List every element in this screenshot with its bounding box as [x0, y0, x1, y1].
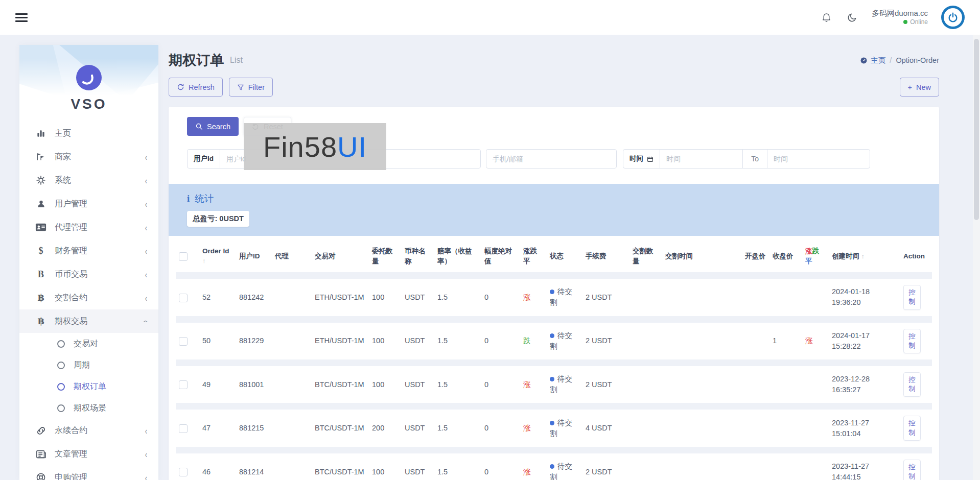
chevron-left-icon: ‹ [145, 175, 147, 186]
app-logo[interactable]: VSO [19, 45, 158, 112]
status-dot-icon [550, 421, 554, 425]
cell-settle_amount [629, 319, 662, 363]
chevron-left-icon: ‹ [145, 199, 147, 209]
sidebar-item-subscription-management[interactable]: 申购管理‹ [19, 466, 158, 480]
sidebar-item-home[interactable]: 主页 [19, 122, 158, 145]
cell-close_price [769, 450, 802, 480]
chevron-left-icon: ‹ [145, 269, 147, 280]
refresh-button[interactable]: Refresh [169, 78, 223, 97]
sort-arrow-icon[interactable]: ↑ [202, 256, 233, 266]
col-label-part: 涨 [805, 247, 812, 255]
col-order_id[interactable]: Order Id↑ [199, 240, 236, 276]
cell-open_price [742, 406, 769, 450]
cell-close_price [769, 276, 802, 319]
col-created[interactable]: 创建时间 ↑ [829, 240, 900, 276]
cell-open_price [742, 450, 769, 480]
cell-odds: 1.5 [434, 363, 481, 406]
cell-settle_amount [629, 276, 662, 319]
sidebar-item-label: 申购管理 [55, 472, 145, 480]
sidebar-item-system[interactable]: 系统‹ [19, 169, 158, 192]
user-id-label: 用户Id [188, 150, 220, 168]
cell-status: 待交割 [547, 276, 582, 319]
sidebar-item-delivery-contract[interactable]: ฿交割合约‹ [19, 286, 158, 309]
control-button[interactable]: 控制 [903, 285, 921, 309]
col-label: Action [903, 252, 925, 260]
sidebar-subitem-option-scene[interactable]: 期权场景 [19, 397, 158, 419]
account-brand-block[interactable]: 多码网duoma.cc Online [872, 9, 928, 26]
watermark-main: Fin58 [263, 130, 337, 163]
user-avatar[interactable] [941, 6, 965, 29]
vso-logo-icon [75, 63, 103, 92]
cell-amount: 100 [369, 276, 402, 319]
phone-email-input[interactable] [486, 149, 617, 169]
sidebar-item-user-management[interactable]: 用户管理‹ [19, 192, 158, 215]
breadcrumb-home-link[interactable]: 主页 [860, 56, 885, 65]
scrollbar-thumb[interactable] [974, 39, 979, 220]
cell-amount: 200 [369, 406, 402, 450]
table-row: 46881214BTC/USDT-1M100USDT1.50涨待交割2 USDT… [176, 450, 932, 480]
table-body: 52881242ETH/USDT-1M100USDT1.50涨待交割2 USDT… [176, 276, 932, 480]
cell-range: 0 [481, 450, 520, 480]
new-button[interactable]: + New [900, 78, 939, 97]
to-label: To [742, 150, 767, 168]
sidebar-subitem-trading-pair[interactable]: 交易对 [19, 333, 158, 354]
sidebar-item-label: 商家 [55, 152, 145, 162]
cell-open_price [742, 363, 769, 406]
status-dot-icon [550, 464, 554, 469]
sort-arrow-icon[interactable]: ↑ [859, 252, 865, 260]
plus-icon: + [908, 83, 912, 91]
col-amount: 委托数量 [369, 240, 402, 276]
dark-mode-moon-icon[interactable] [846, 11, 858, 23]
search-button[interactable]: Search [187, 117, 239, 136]
col-label: 创建时间 [832, 252, 859, 260]
time-from-input[interactable] [660, 150, 742, 168]
control-button[interactable]: 控制 [903, 372, 921, 397]
page-title: 期权订单 [169, 51, 224, 69]
col-pair: 交易对 [312, 240, 369, 276]
control-button[interactable]: 控制 [903, 416, 921, 440]
cell-created: 2024-01-17 15:28:22 [829, 319, 900, 363]
select-all-checkbox[interactable] [179, 252, 188, 261]
hamburger-menu-icon[interactable] [15, 11, 28, 24]
sidebar-item-merchant[interactable]: 商家‹ [19, 145, 158, 169]
sidebar-item-perpetual-contract[interactable]: 永续合约‹ [19, 419, 158, 442]
cell-settle_amount [629, 363, 662, 406]
sidebar-item-label: 代理管理 [55, 222, 145, 233]
sidebar-item-finance-management[interactable]: $财务管理‹ [19, 239, 158, 262]
cell-coin: USDT [402, 319, 434, 363]
row-checkbox[interactable] [179, 294, 188, 302]
sidebar-item-article-management[interactable]: 文章管理‹ [19, 442, 158, 466]
sidebar-item-option-trading[interactable]: ฿期权交易‹ [19, 309, 158, 333]
col-settle_amount: 交割数量 [629, 240, 662, 276]
cell-settle_amount [629, 406, 662, 450]
status-dot-icon [550, 290, 554, 294]
chevron-left-icon: ‹ [145, 152, 147, 162]
dollar-icon: $ [35, 246, 47, 256]
sidebar-subitem-option-order[interactable]: 期权订单 [19, 376, 158, 397]
col-label: 用户ID [239, 252, 260, 260]
row-checkbox[interactable] [179, 424, 188, 433]
direction-value: 跌 [523, 337, 531, 345]
col-label: 代理 [275, 252, 289, 260]
cell-range: 0 [481, 363, 520, 406]
cell-range: 0 [481, 319, 520, 363]
row-checkbox[interactable] [179, 337, 188, 346]
cell-open_price [742, 276, 769, 319]
baht-icon: ฿ [35, 292, 47, 303]
row-checkbox[interactable] [179, 380, 188, 389]
circle-icon [57, 404, 65, 412]
watermark: Fin58UI [244, 123, 386, 170]
time-to-input[interactable] [767, 150, 870, 168]
control-button[interactable]: 控制 [903, 460, 921, 480]
sidebar-subitem-label: 期权订单 [74, 381, 106, 392]
sidebar-item-agent-management[interactable]: 代理管理‹ [19, 215, 158, 239]
sidebar-item-spot-trading[interactable]: B币币交易‹ [19, 262, 158, 286]
control-button[interactable]: 控制 [903, 329, 921, 353]
filter-button[interactable]: Filter [229, 78, 273, 97]
cell-fee: 2 USDT [582, 276, 629, 319]
sidebar-subitem-period[interactable]: 周期 [19, 354, 158, 376]
notifications-bell-icon[interactable] [821, 11, 833, 23]
cell-order_id: 52 [199, 276, 236, 319]
row-checkbox[interactable] [179, 468, 188, 476]
col-user_id: 用户ID [236, 240, 272, 276]
